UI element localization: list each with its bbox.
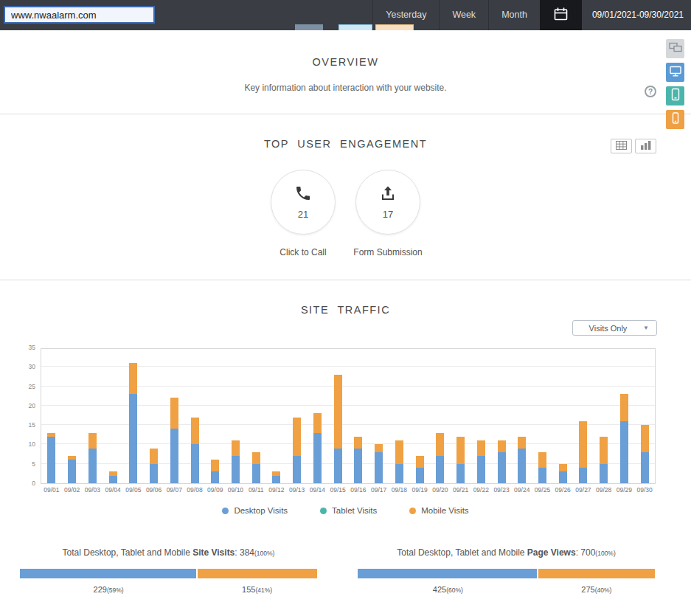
form-submission-value: 17 [383, 209, 393, 220]
site-visits-summary: Total Desktop, Tablet and Mobile Site Vi… [20, 547, 317, 594]
date-range[interactable]: 09/01/2021-09/30/2021 [582, 0, 691, 30]
chart-bar-09/08[interactable]: 09/08 [184, 349, 205, 483]
bar-segment [436, 456, 444, 483]
stacked-bar [109, 471, 117, 483]
y-tick-label: 35 [29, 344, 35, 351]
chart-bar-09/10[interactable]: 09/10 [226, 349, 246, 483]
chart-view-button[interactable] [635, 139, 656, 153]
chart-bar-09/17[interactable]: 09/17 [369, 349, 389, 483]
chart-bar-09/09[interactable]: 09/09 [205, 349, 226, 483]
x-tick-label: 09/08 [187, 486, 202, 494]
url-input[interactable] [4, 6, 155, 24]
x-tick-label: 09/21 [453, 486, 468, 494]
mobile-icon [669, 111, 682, 128]
chart-bar-09/03[interactable]: 09/03 [82, 349, 103, 483]
x-tick-label: 09/01 [44, 486, 59, 494]
bar-segment [129, 394, 137, 483]
bar-segment [109, 476, 117, 484]
chart-bar-09/26[interactable]: 09/26 [552, 349, 573, 483]
all-devices-filter-button[interactable] [666, 39, 684, 58]
x-tick-label: 09/28 [596, 486, 611, 494]
chart-bar-09/24[interactable]: 09/24 [512, 349, 532, 483]
desktop-icon [669, 65, 682, 80]
chart-bar-09/23[interactable]: 09/23 [491, 349, 512, 483]
page-views-summary: Total Desktop, Tablet and Mobile Page Vi… [358, 547, 655, 594]
chart-bar-09/15[interactable]: 09/15 [327, 349, 348, 483]
traffic-title: SITE TRAFFIC [0, 281, 691, 316]
stacked-bar [375, 444, 383, 483]
tab-strip-3[interactable] [375, 24, 414, 30]
chart-bar-09/14[interactable]: 09/14 [308, 349, 328, 483]
bar-segment [600, 464, 608, 483]
stacked-bar [559, 464, 567, 483]
bar-segment [600, 437, 608, 464]
chart-bar-09/16[interactable]: 09/16 [348, 349, 369, 483]
site-visits-bar-labels: 229(59%)155(41%) [20, 585, 317, 594]
x-tick-label: 09/15 [330, 486, 346, 494]
stacked-bar [641, 425, 649, 483]
bar-segment [641, 452, 649, 483]
chart-bar-09/05[interactable]: 09/05 [123, 349, 144, 483]
chart-bar-09/28[interactable]: 09/28 [594, 349, 614, 483]
chart-bar-09/25[interactable]: 09/25 [532, 349, 553, 483]
desktop-filter-button[interactable] [666, 63, 684, 82]
bar-segment [334, 449, 342, 483]
chart-plot-area: 09/0109/0209/0309/0409/0509/0609/0709/08… [41, 348, 656, 484]
bar-segment [313, 433, 322, 483]
summary-bold: Page Views [527, 547, 576, 558]
chart-bar-09/19[interactable]: 09/19 [409, 349, 430, 483]
chart-bar-09/29[interactable]: 09/29 [614, 349, 635, 483]
legend-label: Desktop Visits [234, 506, 288, 515]
stacked-bar [498, 440, 506, 483]
stacked-bar [191, 418, 199, 483]
page-views-bar-labels: 425(60%)275(40%) [358, 585, 655, 594]
chart-bar-09/27[interactable]: 09/27 [573, 349, 594, 483]
month-button[interactable]: Month [488, 0, 540, 30]
tablet-filter-button[interactable] [666, 86, 684, 105]
mobile-filter-button[interactable] [666, 110, 684, 129]
tab-strip-2[interactable] [338, 24, 372, 30]
x-tick-label: 09/23 [493, 486, 509, 494]
legend-mobile-visits[interactable]: Mobile Visits [409, 506, 468, 515]
chart-bar-09/30[interactable]: 09/30 [634, 349, 655, 483]
chart-bar-09/01[interactable]: 09/01 [41, 349, 62, 483]
summary-total-pct: (100%) [595, 550, 615, 557]
form-submission-circle: 17 [355, 170, 420, 235]
stacked-bar [272, 471, 280, 483]
stacked-bar [150, 449, 158, 483]
chart-bar-09/02[interactable]: 09/02 [62, 349, 83, 483]
stacked-bar [395, 440, 403, 483]
x-tick-label: 09/29 [617, 486, 632, 494]
legend-tablet-visits[interactable]: Tablet Visits [320, 506, 377, 515]
chart-bar-09/07[interactable]: 09/07 [164, 349, 184, 483]
stacked-bar [456, 437, 465, 483]
chart-bar-09/21[interactable]: 09/21 [451, 349, 471, 483]
y-tick-label: 30 [29, 363, 35, 370]
tab-strip-1[interactable] [295, 24, 323, 30]
stacked-bar [620, 394, 628, 483]
x-tick-label: 09/07 [167, 486, 182, 494]
chart-bar-09/06[interactable]: 09/06 [144, 349, 164, 483]
calendar-button[interactable] [540, 0, 582, 30]
help-icon[interactable]: ? [645, 86, 656, 97]
chart-bar-09/22[interactable]: 09/22 [470, 349, 491, 483]
y-tick-label: 10 [29, 440, 35, 448]
chart-bar-09/20[interactable]: 09/20 [430, 349, 451, 483]
visits-filter-dropdown[interactable]: Visits Only ▼ [572, 320, 657, 336]
stacked-bar [129, 363, 137, 483]
summary-bar-segment [198, 569, 317, 578]
stacked-bar [88, 433, 97, 483]
week-button[interactable]: Week [439, 0, 488, 30]
bar-segment [170, 429, 178, 483]
bar-segment [477, 456, 485, 483]
chart-bar-09/12[interactable]: 09/12 [266, 349, 287, 483]
chart-bar-09/13[interactable]: 09/13 [287, 349, 308, 483]
chart-bar-09/04[interactable]: 09/04 [103, 349, 123, 483]
table-view-button[interactable] [611, 139, 632, 153]
summary-total: : 384 [235, 547, 254, 558]
legend-desktop-visits[interactable]: Desktop Visits [222, 506, 288, 515]
chart-bar-09/18[interactable]: 09/18 [389, 349, 409, 483]
click-to-call-circle: 21 [271, 170, 336, 235]
page-views-bar [358, 569, 655, 578]
chart-bar-09/11[interactable]: 09/11 [246, 349, 266, 483]
